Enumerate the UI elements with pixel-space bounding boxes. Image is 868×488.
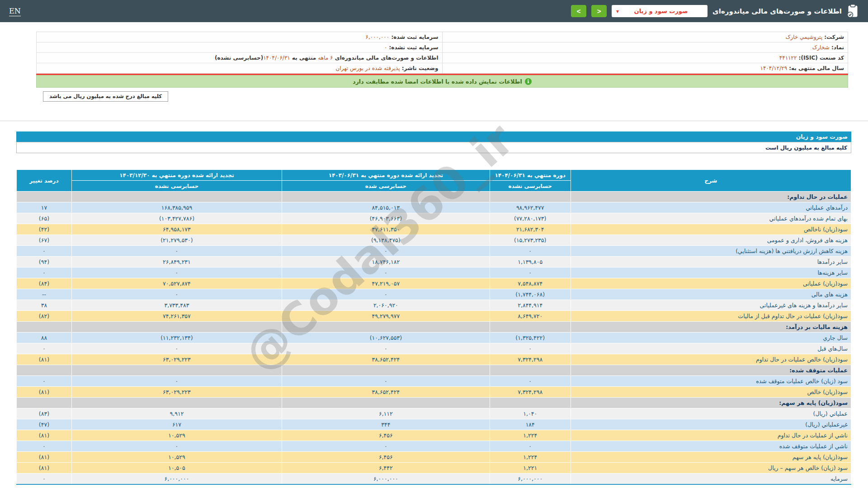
info-value: پتروشیمي خارک [786,34,822,40]
cell-description: عملیات در حال تداوم: [571,192,851,202]
cell-change-percent: ۰ [17,246,72,257]
cell-value: ۱,۲۲۴ [490,430,571,441]
info-cell: شرکت: پتروشیمي خارک [442,32,848,42]
cell-change-percent [17,192,72,202]
cell-value: ۰ [490,246,571,257]
section-row: هزینه مالیات بر درآمد: [17,322,851,333]
top-bar: اطلاعات و صورت‌های مالی میاندوره‌ای صورت… [0,0,868,22]
cell-value: ۰ [282,376,490,387]
table-row: ناشي از عملیات متوقف شده۰۰۰۰ [17,441,851,452]
cell-value: ۰ [282,289,490,300]
cell-value: (۲۱,۲۷۹,۵۳۰) [71,235,282,246]
cell-value: (۱,۷۴۴,۰۶۸) [490,289,571,300]
cell-description: سود(زیان) پایه هر سهم: [571,398,851,408]
clipboard-icon [847,4,859,18]
cell-change-percent: (۸۱) [17,452,72,463]
table-row: سایر درآمدها۱,۱۳۹,۸۰۵۱۸,۷۴۶,۱۸۲۲۶,۸۴۹,۲۳… [17,257,851,267]
page-title: اطلاعات و صورت‌های مالی میاندوره‌ای [712,7,842,15]
cell-description: سود (زیان) خالص عملیات متوقف شده [571,376,851,387]
cell-value: ۰ [490,343,571,354]
cell-change-percent [17,365,72,376]
cell-change-percent: ۰ [17,267,72,278]
cell-value: ۱۰,۵۲۹ [71,430,282,441]
cell-value: ۷۴,۲۶۱,۳۵۷ [71,311,282,322]
cell-change-percent: (۸۱) [17,463,72,474]
cell-value: ۱۸,۷۴۶,۱۸۲ [282,257,490,267]
cell-change-percent: (۸۴) [17,278,72,289]
language-toggle[interactable]: EN [9,7,21,16]
chevron-left-icon: < [577,7,581,15]
cell-value: ۷,۳۲۴,۲۹۸ [490,387,571,398]
info-value: پذیرفته شده در بورس تهران [336,65,400,71]
info-label: اطلاعات و صورت‌های مالی میاندوره‌ای [333,55,439,61]
info-value: ۱۴۰۴/۰۶/۳۱ [263,55,290,61]
cell-description: سایر درآمدها [571,257,851,267]
cell-change-percent: (۴۲) [17,224,72,235]
table-row: سود(زیان) عملیاتی۷,۵۴۸,۸۷۴۴۷,۲۱۹,۰۵۷۷۰,۵… [17,278,851,289]
signature-match-notice: i اطلاعات نمایش داده شده با اطلاعات امضا… [36,75,848,88]
cell-change-percent [17,322,72,333]
cell-description: ناشي از عملیات در حال تداوم [571,430,851,441]
cell-value [490,192,571,202]
cell-value [282,398,490,408]
unit-tab[interactable]: کلیه مبالغ درج شده به میلیون ریال می باش… [43,91,168,102]
cell-value: ۰ [71,441,282,452]
table-row: سال جاري(۱,۳۲۵,۴۲۲)(۱۰,۶۲۷,۵۵۳)(۱۱,۲۳۲,۱… [17,333,851,343]
cell-value [282,192,490,202]
cell-change-percent: ۰ [17,441,72,452]
cell-value: ۰ [282,343,490,354]
cell-value: ۱۶۸,۳۸۵,۹۵۹ [71,202,282,213]
info-label: سرمایه ثبت نشده: [387,44,438,51]
cell-value [71,322,282,333]
cell-value: ۷,۵۴۸,۸۷۴ [490,278,571,289]
info-value: ۶,۰۰۰,۰۰۰ [366,34,390,40]
cell-value [490,398,571,408]
cell-value: ۰ [71,246,282,257]
table-row: سرمایه۶,۰۰۰,۰۰۰۶,۰۰۰,۰۰۰۶,۰۰۰,۰۰۰۰ [17,474,851,484]
cell-value: ۶۱۷ [71,419,282,430]
cell-value [490,365,571,376]
section-divider [0,121,868,121]
cell-value: ۳۸,۶۵۲,۴۲۴ [282,387,490,398]
cell-value: ۰ [71,376,282,387]
info-label: سرمایه ثبت شده: [389,34,438,40]
cell-change-percent: (۹۴) [17,257,72,267]
cell-change-percent: (۸۱) [17,387,72,398]
cell-value: (۱۵,۲۷۳,۲۳۵) [490,235,571,246]
table-row: هزینه های فروش، اداری و عمومی(۱۵,۲۷۳,۲۳۵… [17,235,851,246]
cell-value: ۹۸,۹۶۲,۴۷۷ [490,202,571,213]
cell-value: ۱,۰۴۰ [490,408,571,419]
table-row: سود(زیان) عملیات در حال تداوم قبل از مال… [17,311,851,322]
info-value: ۴۴۱۱۲۲ [779,55,797,61]
cell-value: ۶,۴۵۶ [282,452,490,463]
company-info-row: نماد: شخارکسرمایه ثبت نشده: ۰ [37,42,848,53]
info-value: شخارک [812,44,830,51]
col-header-period2-audit: حسابرسی شده [282,181,490,192]
chevron-right-icon: > [597,7,601,15]
cell-change-percent: ۸۸ [17,333,72,343]
table-row: سود(زیان) ناخالص۲۱,۶۸۲,۳۰۴۳۷,۶۱۱,۳۵۰۶۴,۹… [17,224,851,235]
cell-value: ۰ [490,441,571,452]
cell-change-percent: -- [17,289,72,300]
cell-value: ۴۷,۲۱۹,۰۵۷ [282,278,490,289]
cell-value: ۶۳,۰۲۹,۲۲۳ [71,354,282,365]
cell-change-percent: ۰ [17,343,72,354]
cell-description: سود(زیان) پایه هر سهم [571,452,851,463]
cell-value: ۱,۲۲۴ [490,452,571,463]
info-icon: i [525,78,532,85]
cell-value: ۷۰,۵۲۷,۸۷۴ [71,278,282,289]
info-value: ۱۴۰۴/۱۲/۲۹ [760,65,787,71]
cell-value: ۲۶,۸۴۹,۲۳۱ [71,257,282,267]
nav-back-button[interactable]: < [571,5,586,17]
cell-change-percent: (۶۷) [17,235,72,246]
col-header-period3: تجدید ارائه شده دوره منتهي به ۱۴۰۳/۱۲/۳۰ [71,170,282,181]
cell-value: ۳۸,۶۵۲,۴۲۴ [282,354,490,365]
company-info-row: سال مالی منتهی به: ۱۴۰۴/۱۲/۲۹وضعیت ناشر:… [37,63,848,74]
statement-type-dropdown[interactable]: صورت سود و زیان ▾ [612,5,708,17]
nav-forward-button[interactable]: > [591,5,607,17]
cell-description: سود(زیان) ناخالص [571,224,851,235]
statement-section: صورت سود و زیان کلیه مبالغ به میلیون ریا… [16,131,851,485]
cell-value: ۱,۲۲۱ [490,463,571,474]
table-row: هزینه کاهش ارزش دریافتني ها (هزینه استثن… [17,246,851,257]
cell-value: ۰ [71,343,282,354]
